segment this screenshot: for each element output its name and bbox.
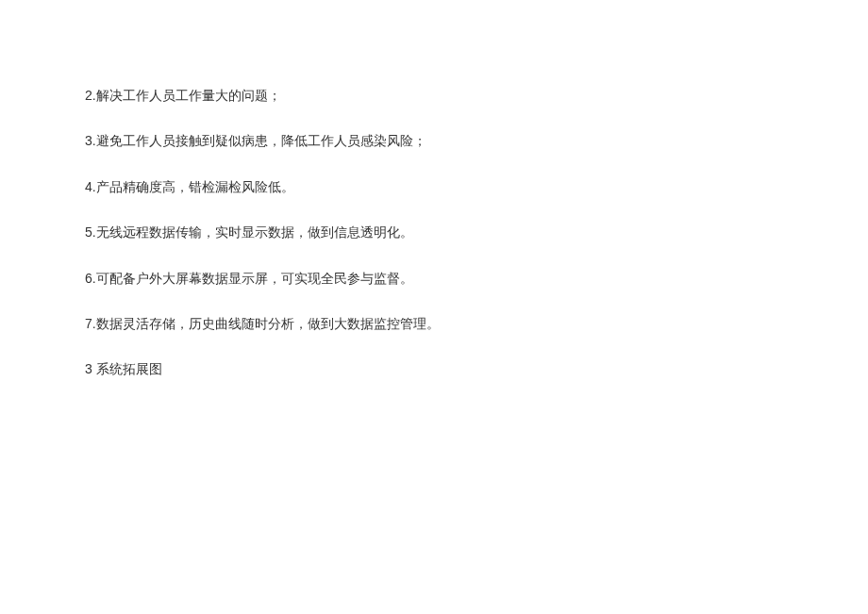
section-heading: 3 系统拓展图 xyxy=(85,358,783,379)
list-item-5: 5.无线远程数据传输，实时显示数据，做到信息透明化。 xyxy=(85,222,783,242)
list-item-2: 2.解决工作人员工作量大的问题； xyxy=(85,85,783,106)
list-item-7: 7.数据灵活存储，历史曲线随时分析，做到大数据监控管理。 xyxy=(85,313,783,334)
list-item-3: 3.避免工作人员接触到疑似病患，降低工作人员感染风险； xyxy=(85,130,783,151)
list-item-4: 4.产品精确度高，错检漏检风险低。 xyxy=(85,176,783,197)
list-item-6: 6.可配备户外大屏幕数据显示屏，可实现全民参与监督。 xyxy=(85,268,783,289)
